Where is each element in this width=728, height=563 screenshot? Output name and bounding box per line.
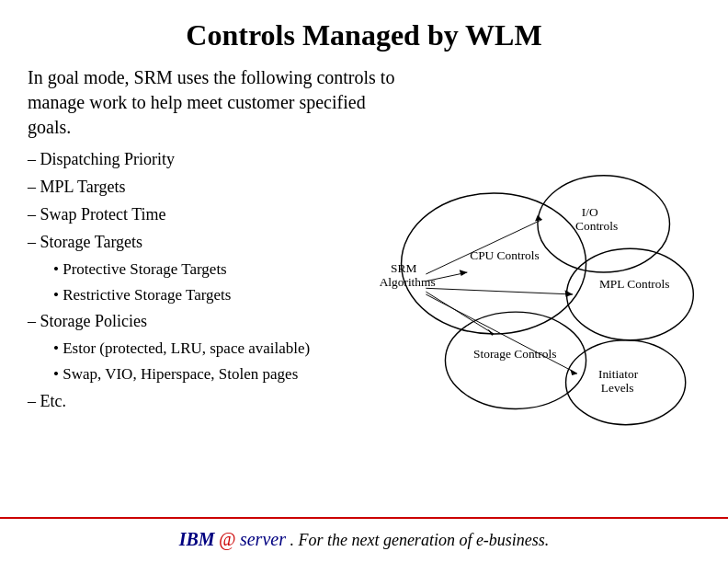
- srm-label: SRM: [391, 261, 416, 275]
- diagram-area: SRM Algorithms CPU Controls: [331, 147, 700, 442]
- svg-marker-14: [570, 369, 577, 375]
- list-item-etc: – Etc.: [28, 389, 340, 415]
- tagline: . For the next generation of e-business.: [290, 531, 549, 549]
- list-item: – Dispatching Priority: [28, 147, 340, 173]
- list-item-swap-protect: – Swap Protect Time: [28, 202, 340, 228]
- svg-point-0: [402, 193, 586, 334]
- footer: IBM @ server . For the next generation o…: [0, 517, 728, 554]
- bullet-list: – Dispatching Priority – MPL Targets – S…: [28, 147, 340, 417]
- intro-text: In goal mode, SRM uses the following con…: [28, 65, 700, 140]
- mpl-controls-label: MPL Controls: [599, 277, 670, 291]
- ibm-brand: IBM: [179, 529, 215, 549]
- content-area: – Dispatching Priority – MPL Targets – S…: [28, 147, 700, 442]
- sub-list-item: • Swap, VIO, Hiperspace, Stolen pages: [53, 362, 340, 386]
- footer-brand: IBM @ server . For the next generation o…: [179, 529, 550, 550]
- intro-line1: In goal mode, SRM uses the following con…: [28, 67, 394, 87]
- io-controls-label: I/O: [582, 205, 598, 219]
- slide: Controls Managed by WLM In goal mode, SR…: [0, 0, 728, 563]
- server-word: server: [240, 529, 286, 549]
- srm-label2: Algorithms: [380, 275, 436, 289]
- svg-marker-10: [565, 290, 574, 297]
- svg-line-5: [426, 220, 541, 274]
- svg-line-11: [426, 292, 494, 334]
- intro-line2: manage work to help meet customer specif…: [28, 92, 366, 112]
- list-item: – MPL Targets: [28, 175, 340, 201]
- sub-list-item: • Restrictive Storage Targets: [53, 283, 340, 307]
- list-item: – Storage Targets: [28, 230, 340, 256]
- svg-marker-8: [460, 270, 468, 276]
- at-symbol: @: [219, 529, 235, 549]
- svg-line-13: [426, 294, 577, 373]
- initiator-label2: Levels: [601, 381, 634, 395]
- sub-list-item: • Protective Storage Targets: [53, 258, 340, 282]
- diagram-svg: SRM Algorithms CPU Controls: [331, 147, 700, 442]
- cpu-controls-label: CPU Controls: [470, 248, 540, 262]
- svg-point-2: [567, 248, 694, 340]
- storage-controls-label: Storage Controls: [473, 347, 556, 361]
- svg-line-9: [426, 288, 573, 294]
- initiator-label: Initiator: [598, 367, 639, 381]
- intro-line3: goals.: [28, 117, 71, 137]
- io-controls-label2: Controls: [575, 219, 618, 233]
- slide-title: Controls Managed by WLM: [28, 18, 700, 52]
- list-item-storage-policies: – Storage Policies: [28, 309, 340, 335]
- sub-list-item: • Estor (protected, LRU, space available…: [53, 337, 340, 361]
